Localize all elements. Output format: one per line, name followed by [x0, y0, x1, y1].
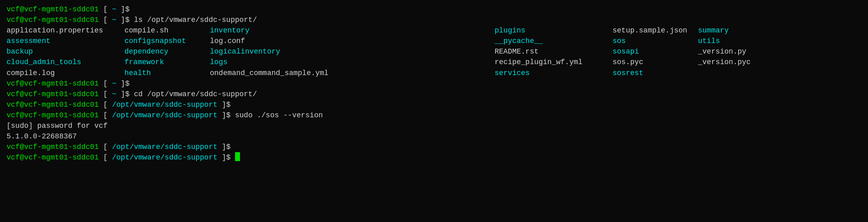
prompt-path: /opt/vmware/sddc-support: [112, 99, 217, 110]
command-text: cd /opt/vmware/sddc-support/: [129, 89, 257, 99]
prompt-path: /opt/vmware/sddc-support: [112, 110, 217, 121]
prompt-dollar: $: [226, 152, 231, 163]
command-text: [231, 152, 235, 163]
ls-cell: compile.sh: [124, 25, 210, 36]
prompt-bracket-open: [: [99, 78, 112, 89]
prompt-bracket-close: ]: [116, 15, 125, 25]
prompt-bracket-close: ]: [218, 110, 227, 121]
ls-cell: _version.py: [698, 46, 783, 57]
ls-cell: [316, 46, 495, 57]
ls-cell: sos: [613, 36, 698, 46]
terminal-line: vcf@vcf-mgmt01-sddc01 [ /opt/vmware/sddc…: [7, 152, 861, 163]
ls-cell: backup: [7, 46, 124, 57]
ls-output-row: compile.loghealthondemand_command_sample…: [7, 68, 861, 78]
ls-cell: __pycache__: [495, 36, 613, 46]
ls-cell: README.rst: [495, 46, 613, 57]
prompt-bracket-close: ]: [218, 99, 227, 110]
prompt-dollar: $: [125, 78, 130, 89]
ls-cell: utils: [698, 36, 783, 46]
prompt-host: vcf@vcf-mgmt01-sddc01: [7, 152, 99, 163]
ls-cell: logs: [210, 57, 316, 67]
ls-cell: inventory: [210, 25, 316, 36]
prompt-dollar: $: [226, 110, 231, 121]
output-text: 5.1.0.0-22688367: [7, 131, 77, 142]
output-line: 5.1.0.0-22688367: [7, 131, 861, 142]
prompt-bracket-close: ]: [116, 78, 125, 89]
terminal-line: vcf@vcf-mgmt01-sddc01 [ /opt/vmware/sddc…: [7, 99, 861, 110]
terminal-line: vcf@vcf-mgmt01-sddc01 [ ~ ]$ cd /opt/vmw…: [7, 89, 861, 99]
ls-cell: plugins: [495, 25, 613, 36]
prompt-dollar: $: [125, 89, 130, 99]
ls-output-row: application.propertiescompile.shinventor…: [7, 25, 861, 36]
ls-cell: dependency: [124, 46, 210, 57]
prompt-path: ~: [112, 4, 116, 15]
ls-cell: recipe_plugin_wf.yml: [495, 57, 613, 67]
terminal-line: vcf@vcf-mgmt01-sddc01 [ /opt/vmware/sddc…: [7, 142, 861, 152]
prompt-host: vcf@vcf-mgmt01-sddc01: [7, 142, 99, 152]
terminal-line: vcf@vcf-mgmt01-sddc01 [ ~ ]$: [7, 78, 861, 89]
prompt-host: vcf@vcf-mgmt01-sddc01: [7, 4, 99, 15]
output-line: [sudo] password for vcf: [7, 121, 861, 131]
ls-cell: [316, 57, 495, 67]
ls-cell: application.properties: [7, 25, 124, 36]
ls-cell: sosapi: [613, 46, 698, 57]
terminal-line: vcf@vcf-mgmt01-sddc01 [ ~ ]$: [7, 4, 861, 15]
prompt-path: /opt/vmware/sddc-support: [112, 142, 217, 152]
ls-output-row: backupdependencylogicalinventoryREADME.r…: [7, 46, 861, 57]
output-text: [sudo] password for vcf: [7, 121, 107, 131]
ls-cell: sos.pyc: [613, 57, 698, 67]
ls-cell: log.conf: [210, 36, 316, 46]
prompt-path: /opt/vmware/sddc-support: [112, 152, 217, 163]
prompt-bracket-close: ]: [218, 152, 227, 163]
prompt-bracket-open: [: [99, 89, 112, 99]
prompt-path: ~: [112, 89, 116, 99]
prompt-dollar: $: [125, 4, 130, 15]
prompt-host: vcf@vcf-mgmt01-sddc01: [7, 15, 99, 25]
ls-cell: [698, 68, 783, 78]
ls-cell: [316, 36, 495, 46]
prompt-bracket-open: [: [99, 99, 112, 110]
terminal-line: vcf@vcf-mgmt01-sddc01 [ /opt/vmware/sddc…: [7, 110, 861, 121]
terminal: vcf@vcf-mgmt01-sddc01 [ ~ ]$vcf@vcf-mgmt…: [7, 4, 861, 163]
ls-cell: summary: [698, 25, 783, 36]
terminal-cursor: [235, 152, 240, 161]
ls-cell: cloud_admin_tools: [7, 57, 124, 67]
ls-cell: setup.sample.json: [613, 25, 698, 36]
prompt-dollar: $: [226, 99, 231, 110]
prompt-bracket-open: [: [99, 4, 112, 15]
ls-cell: health: [124, 68, 210, 78]
ls-cell: configsnapshot: [124, 36, 210, 46]
ls-output-row: cloud_admin_toolsframeworklogsrecipe_plu…: [7, 57, 861, 67]
prompt-bracket-open: [: [99, 142, 112, 152]
ls-cell: ondemand_command_sample.yml: [210, 68, 316, 78]
command-text: sudo ./sos --version: [231, 110, 323, 121]
prompt-bracket-open: [: [99, 152, 112, 163]
ls-cell: services: [495, 68, 613, 78]
prompt-host: vcf@vcf-mgmt01-sddc01: [7, 99, 99, 110]
ls-cell: logicalinventory: [210, 46, 316, 57]
prompt-bracket-open: [: [99, 15, 112, 25]
ls-cell: _version.pyc: [698, 57, 783, 67]
ls-cell: sosrest: [613, 68, 698, 78]
terminal-line: vcf@vcf-mgmt01-sddc01 [ ~ ]$ ls /opt/vmw…: [7, 15, 861, 25]
ls-cell: [316, 25, 495, 36]
prompt-dollar: $: [125, 15, 130, 25]
prompt-host: vcf@vcf-mgmt01-sddc01: [7, 110, 99, 121]
command-text: ls /opt/vmware/sddc-support/: [129, 15, 257, 25]
prompt-bracket-close: ]: [218, 142, 227, 152]
ls-output-row: assessmentconfigsnapshotlog.conf__pycach…: [7, 36, 861, 46]
prompt-bracket-close: ]: [116, 4, 125, 15]
ls-cell: [316, 68, 495, 78]
ls-cell: compile.log: [7, 68, 124, 78]
prompt-path: ~: [112, 78, 116, 89]
ls-cell: framework: [124, 57, 210, 67]
prompt-host: vcf@vcf-mgmt01-sddc01: [7, 89, 99, 99]
prompt-dollar: $: [226, 142, 231, 152]
prompt-host: vcf@vcf-mgmt01-sddc01: [7, 78, 99, 89]
prompt-bracket-close: ]: [116, 89, 125, 99]
prompt-path: ~: [112, 15, 116, 25]
prompt-bracket-open: [: [99, 110, 112, 121]
ls-cell: assessment: [7, 36, 124, 46]
